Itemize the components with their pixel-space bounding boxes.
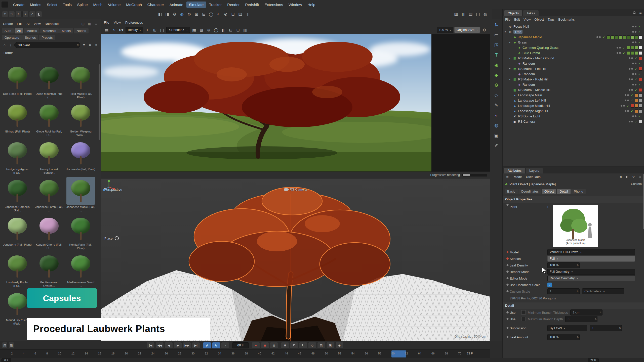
record-keyframe-button[interactable]: ●	[252, 342, 260, 349]
browser-menu-icon[interactable]: ≡	[94, 42, 99, 48]
search-input[interactable]	[14, 42, 80, 48]
object-row[interactable]: ▲ Landscape Middle Hill	[503, 103, 644, 108]
z-axis-lock-button[interactable]: Z	[29, 11, 35, 17]
history-forward-icon[interactable]: ▶	[625, 174, 629, 179]
asset-item[interactable]: Globe Robinia (Fall, Pl...	[33, 102, 65, 139]
null-object-button[interactable]: ◯	[208, 11, 214, 17]
asset-item[interactable]: Lombardy Poplar (Fall...	[2, 252, 33, 290]
menubar-item[interactable]: Window	[286, 2, 304, 8]
layout-standard-icon[interactable]: ▦	[453, 11, 459, 17]
enabled-check-icon[interactable]	[635, 67, 639, 71]
asset-item[interactable]: Dwarf Mountain Pine (...	[33, 64, 65, 102]
render-view-menu-item[interactable]: Preferences	[125, 21, 143, 24]
model-dropdown[interactable]: Variant 3 Full-Grown	[547, 249, 635, 255]
object-name[interactable]: RS Matrix - Right Hill	[518, 77, 548, 81]
isolate-icon[interactable]: ⊡	[235, 27, 241, 33]
refresh-icon[interactable]: ↻	[631, 174, 636, 179]
asset-subtab[interactable]: Scenes	[22, 35, 38, 40]
tag-chips[interactable]	[639, 120, 642, 123]
clear-search-icon[interactable]	[77, 43, 79, 47]
object-name[interactable]: Random	[522, 83, 535, 86]
history-back-icon[interactable]: ◀	[618, 174, 623, 179]
section-object-properties[interactable]: Object Properties	[503, 196, 644, 203]
menubar-item[interactable]: Simulate	[186, 2, 206, 8]
menubar-item[interactable]: Redshift	[243, 2, 262, 8]
exchange-tool-icon[interactable]: ⇅	[493, 22, 500, 28]
asset-menu-item[interactable]: Databases	[45, 22, 60, 26]
keyframe-selection-button[interactable]: ◎	[270, 342, 278, 349]
y-axis-lock-button[interactable]: Y	[22, 11, 28, 17]
object-row[interactable]: ▲ Landscape Right Hill	[503, 108, 644, 114]
panel-button[interactable]: ◫	[244, 11, 251, 17]
key-rotation-toggle[interactable]: ↻	[299, 342, 307, 349]
visibility-dots[interactable]	[629, 57, 633, 59]
list-view-icon[interactable]: ≡	[94, 21, 99, 26]
asset-item[interactable]: Mediterranean Dwarf ...	[65, 252, 97, 290]
asset-item[interactable]: Kentia Palm (Fall, Plant)	[65, 215, 97, 252]
folder-up-icon[interactable]: ↑	[8, 42, 13, 48]
display-channel-icon[interactable]: ◐	[144, 27, 151, 33]
text-tool-icon[interactable]: T	[493, 52, 500, 58]
menubar-item[interactable]: Tools	[60, 2, 74, 8]
render-pass-dropdown[interactable]: Beauty	[126, 27, 143, 33]
rt-label[interactable]: RT	[119, 28, 124, 32]
current-frame-field[interactable]: 60 F	[232, 342, 249, 348]
key-position-toggle[interactable]: ⊕	[281, 342, 289, 349]
menubar-item[interactable]: Modes	[27, 2, 44, 8]
enabled-check-icon[interactable]	[631, 94, 635, 97]
object-manager-tab[interactable]: Objects	[504, 10, 522, 16]
enabled-check-icon[interactable]	[638, 115, 642, 118]
object-row[interactable]: ▾ ▦ RS Matrix - Right Hill	[503, 77, 644, 82]
particles-tool-icon[interactable]: ◉	[493, 62, 500, 68]
menubar-item[interactable]: Mesh	[91, 2, 105, 8]
cycle-mode-button[interactable]: ⇄	[203, 342, 211, 349]
object-name[interactable]: Landscape Middle Hill	[518, 104, 550, 108]
asset-item[interactable]: Field Maple (Fall, Plant)	[65, 64, 97, 102]
tag-chips[interactable]	[639, 67, 642, 71]
enabled-check-icon[interactable]	[623, 51, 627, 55]
filter-icon[interactable]: ▼	[82, 42, 87, 48]
visibility-dots[interactable]	[629, 121, 633, 122]
object-name[interactable]: Landscape Main	[518, 93, 542, 97]
user-data-label[interactable]: User Data	[526, 175, 541, 179]
object-name[interactable]: Random	[522, 62, 535, 65]
render-view-menu-item[interactable]: File	[104, 21, 109, 24]
menubar-item[interactable]: Character	[145, 2, 167, 8]
om-menu-item[interactable]: File	[505, 18, 510, 21]
object-name[interactable]: Blue Grama	[522, 51, 540, 55]
tag-chips[interactable]	[607, 35, 642, 39]
save-layout-icon[interactable]: ◫	[475, 11, 481, 17]
enabled-check-icon[interactable]	[638, 25, 642, 28]
play-button[interactable]: ▶	[174, 342, 182, 349]
object-name[interactable]: Common Quaking Grass	[522, 46, 558, 50]
visibility-dots[interactable]	[596, 36, 601, 38]
asset-item[interactable]: Jacaranda (Fall, Plant)	[65, 139, 97, 177]
asset-browser-icon[interactable]: ◍	[482, 11, 489, 17]
asset-item[interactable]: Dog-Rose (Fall, Plant)	[2, 64, 33, 102]
asset-filter-tab[interactable]: Media	[59, 28, 73, 33]
season-dropdown[interactable]: Fall	[547, 256, 635, 262]
visibility-dots[interactable]	[632, 26, 636, 27]
crop-icon[interactable]: ⊟	[227, 27, 234, 33]
menubar-item[interactable]: MoGraph	[124, 2, 144, 8]
layer-button[interactable]: ▤	[237, 11, 244, 17]
home-icon[interactable]: ⌂	[2, 42, 7, 48]
project-settings-button[interactable]: ⚙	[186, 11, 192, 17]
mode-menu-icon[interactable]: ≡	[505, 174, 510, 179]
asset-item[interactable]: Kanzan Cherry (Fall, Pl...	[33, 215, 65, 252]
visibility-dots[interactable]	[625, 100, 629, 101]
cloth-tool-icon[interactable]: ◆	[493, 72, 500, 78]
enabled-check-icon[interactable]	[638, 72, 642, 76]
object-row[interactable]: ♣ Blue Grama	[503, 50, 644, 56]
asset-menu-item[interactable]: View	[34, 22, 41, 26]
object-row[interactable]: ☀ RS Dome Light	[503, 114, 644, 119]
om-menu-item[interactable]: Object	[534, 18, 544, 21]
attribute-tab-button[interactable]: Coordinates	[518, 189, 541, 194]
redo-button[interactable]: ↷	[9, 11, 15, 17]
attribute-tab[interactable]: Attributes	[504, 168, 525, 173]
object-row[interactable]: ◈ Random	[503, 82, 644, 87]
menubar-item[interactable]: Help	[305, 2, 318, 8]
asset-subtab[interactable]: Operators	[2, 35, 22, 40]
om-menu-item[interactable]: View	[524, 18, 531, 21]
subdivision-level-field[interactable]: 1	[590, 325, 622, 331]
